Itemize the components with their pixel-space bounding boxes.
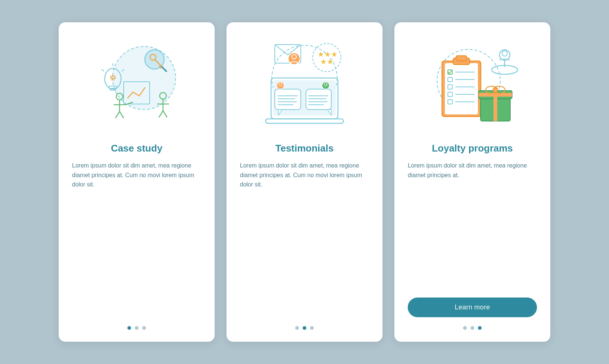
loyalty-dots <box>463 326 482 330</box>
testimonials-title: Testimonials <box>275 143 333 154</box>
svg-rect-45 <box>306 89 331 110</box>
dot-2[interactable] <box>303 326 306 330</box>
case-study-title: Case study <box>111 143 163 154</box>
svg-line-25 <box>159 111 163 117</box>
svg-point-76 <box>499 50 510 60</box>
svg-rect-37 <box>275 89 301 110</box>
dot-3[interactable] <box>142 326 146 330</box>
loyalty-body: Lorem ipsum dolor sit dim amet, mea regi… <box>408 161 537 289</box>
case-study-dots <box>127 326 146 330</box>
svg-point-0 <box>113 46 176 110</box>
cards-container: Case study Lorem ipsum dolor sit dim ame… <box>44 7 565 357</box>
case-study-body: Lorem ipsum dolor sit dim amet, mea regi… <box>72 161 201 317</box>
svg-rect-57 <box>456 56 467 61</box>
card-loyalty-programs: Loyalty programs Lorem ipsum dolor sit d… <box>394 22 550 342</box>
loyalty-title: Loyalty programs <box>432 143 513 154</box>
svg-point-74 <box>493 88 498 92</box>
dot-1[interactable] <box>127 326 131 330</box>
svg-line-19 <box>115 111 120 118</box>
dot-3[interactable] <box>478 326 482 330</box>
testimonials-illustration: ★★★ ★★ <box>256 37 353 134</box>
svg-rect-71 <box>479 93 512 97</box>
svg-point-77 <box>502 51 507 56</box>
svg-line-7 <box>102 69 104 71</box>
dot-2[interactable] <box>135 326 139 330</box>
testimonials-body: Lorem ipsum dolor sit dim amet, mea regi… <box>240 161 369 317</box>
case-study-illustration <box>88 37 185 134</box>
learn-more-button[interactable]: Learn more <box>408 298 537 317</box>
dot-3[interactable] <box>310 326 314 330</box>
loyalty-illustration <box>424 37 521 134</box>
card-testimonials: ★★★ ★★ <box>227 22 382 342</box>
dot-1[interactable] <box>295 326 299 330</box>
svg-text:★★: ★★ <box>320 58 333 66</box>
dot-1[interactable] <box>463 326 467 330</box>
svg-line-20 <box>120 111 124 118</box>
dot-2[interactable] <box>470 326 474 330</box>
card-case-study: Case study Lorem ipsum dolor sit dim ame… <box>59 22 215 342</box>
testimonials-dots <box>295 326 314 330</box>
svg-line-26 <box>163 111 167 117</box>
svg-rect-36 <box>266 119 343 123</box>
svg-text:★★★: ★★★ <box>317 50 338 58</box>
